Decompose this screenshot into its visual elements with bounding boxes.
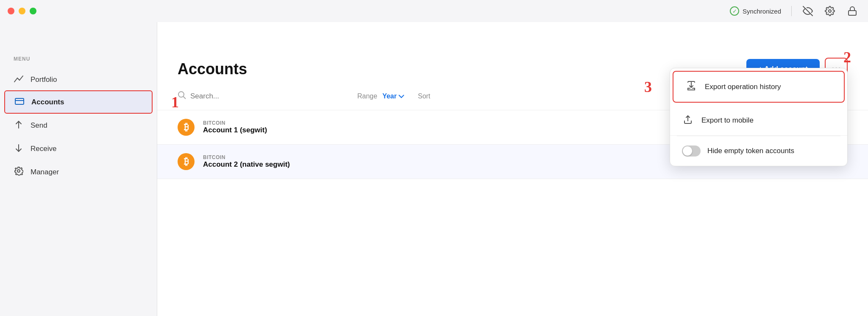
portfolio-label: Portfolio <box>31 76 57 84</box>
main-content: Accounts + Add account ••• Range <box>157 22 868 316</box>
send-icon <box>14 120 24 131</box>
sidebar: MENU Portfolio Accounts 1 <box>0 22 157 316</box>
svg-rect-2 <box>849 11 856 15</box>
search-input[interactable] <box>190 92 347 101</box>
svg-point-1 <box>829 10 831 12</box>
range-sort: Range Year <box>357 92 404 100</box>
account-info-2: BITCOIN Account 2 (native segwit) <box>203 154 685 169</box>
export-history-item[interactable]: Export operation history <box>673 72 844 102</box>
receive-label: Receive <box>31 145 56 153</box>
divider <box>791 6 792 16</box>
dropdown-menu: Export operation history Export to mobil… <box>670 68 848 166</box>
sync-icon: ✓ <box>730 6 739 16</box>
traffic-lights <box>8 8 36 14</box>
export-history-icon <box>685 81 697 92</box>
svg-line-9 <box>184 97 186 99</box>
menu-label: MENU <box>0 44 157 69</box>
receive-icon <box>14 143 24 154</box>
export-mobile-label: Export to mobile <box>701 116 835 125</box>
hide-empty-toggle[interactable] <box>682 145 701 157</box>
accounts-label: Accounts <box>31 98 64 106</box>
sidebar-item-accounts[interactable]: Accounts <box>4 90 153 114</box>
export-mobile-item[interactable]: Export to mobile <box>670 105 847 136</box>
annotation-1: 1 <box>171 93 179 111</box>
settings-icon[interactable] <box>824 5 836 17</box>
hide-empty-item[interactable]: Hide empty token accounts <box>670 136 847 166</box>
page-title: Accounts <box>178 60 247 78</box>
manager-label: Manager <box>31 168 59 176</box>
account-name-2: Account 2 (native segwit) <box>203 160 685 169</box>
svg-rect-3 <box>15 98 24 104</box>
sidebar-item-portfolio[interactable]: Portfolio <box>0 69 157 90</box>
search-input-wrap <box>178 91 347 101</box>
lock-icon[interactable] <box>846 5 858 17</box>
send-label: Send <box>31 121 47 130</box>
sync-status: ✓ Synchronized <box>730 6 781 16</box>
manager-icon <box>14 166 24 178</box>
sync-label: Synchronized <box>743 8 781 15</box>
sidebar-item-send[interactable]: Send <box>0 114 157 137</box>
hide-empty-label: Hide empty token accounts <box>707 147 835 155</box>
range-value[interactable]: Year <box>382 92 404 100</box>
coin-name-2: BITCOIN <box>203 154 685 160</box>
export-history-label: Export operation history <box>705 83 832 91</box>
svg-point-8 <box>178 92 184 97</box>
bitcoin-icon-2: ₿ <box>178 153 195 170</box>
export-mobile-icon <box>682 115 694 126</box>
sort-label[interactable]: Sort <box>418 92 430 100</box>
close-button[interactable] <box>8 8 14 14</box>
search-icon <box>178 91 186 101</box>
topbar-right: ✓ Synchronized <box>730 0 868 22</box>
eye-slash-icon[interactable] <box>802 5 814 17</box>
range-label: Range <box>357 92 377 100</box>
svg-point-7 <box>17 170 20 172</box>
portfolio-icon <box>14 75 24 84</box>
accounts-icon <box>14 97 25 107</box>
bitcoin-icon: ₿ <box>178 119 195 136</box>
maximize-button[interactable] <box>30 8 36 14</box>
sidebar-item-manager[interactable]: Manager <box>0 160 157 184</box>
annotation-2: 2 <box>843 48 851 66</box>
toggle-knob <box>683 146 692 156</box>
annotation-3: 3 <box>644 78 652 96</box>
sidebar-item-receive[interactable]: Receive <box>0 137 157 160</box>
minimize-button[interactable] <box>19 8 25 14</box>
